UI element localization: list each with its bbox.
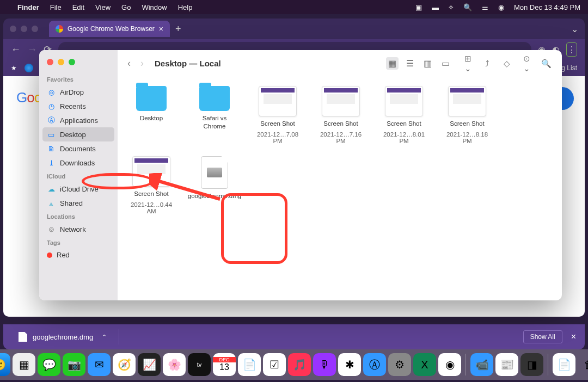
sidebar-item-network[interactable]: ⊚Network	[39, 222, 118, 236]
sidebar-tag-red[interactable]: Red	[39, 248, 118, 262]
file-screenshot-2[interactable]: Screen Shot 2021-12…7.16 PM	[317, 86, 365, 144]
shared-icon: ⟁	[47, 199, 56, 207]
dock-trash[interactable]: 🗑	[578, 353, 588, 376]
sidebar-item-applications[interactable]: ⒶApplications	[39, 113, 118, 127]
chrome-window-dropdown-icon[interactable]: ⌄	[571, 24, 578, 34]
chrome-menu-button[interactable]: ⋮	[566, 42, 577, 57]
dock-news[interactable]: 📰	[495, 353, 518, 376]
screenshot-thumb-icon	[448, 86, 486, 116]
dock-safari[interactable]: 🧭	[113, 353, 136, 376]
finder-content[interactable]: Desktop Safari vs Chrome Screen Shot 202…	[118, 77, 562, 300]
download-showall-button[interactable]: Show All	[523, 330, 562, 343]
dock-divider	[548, 354, 548, 375]
dock-settings[interactable]: ⚙	[388, 353, 411, 376]
dock-music[interactable]: 🎵	[288, 353, 311, 376]
screenshot-thumb-icon	[259, 86, 297, 116]
dock-slack[interactable]: ✱	[338, 353, 361, 376]
finder-back-button[interactable]: ‹	[127, 58, 131, 69]
dock-facetime[interactable]: 📷	[63, 353, 85, 376]
dock-launchpad[interactable]: ▦	[13, 353, 35, 376]
chrome-tab-close-icon[interactable]: ×	[159, 24, 163, 33]
dock-stocks[interactable]: 📈	[138, 353, 161, 376]
finder-search-icon[interactable]: 🔍	[540, 59, 552, 69]
chrome-tab[interactable]: Google Chrome Web Browser ×	[49, 21, 170, 37]
menubar-window[interactable]: Window	[142, 3, 167, 11]
desktop-icon: ▭	[47, 130, 56, 139]
menubar-help[interactable]: Help	[178, 3, 193, 11]
view-gallery-icon[interactable]: ▭	[439, 57, 452, 70]
chrome-tab-title: Google Chrome Web Browser	[68, 25, 155, 33]
sidebar-item-recents[interactable]: ◷Recents	[39, 99, 118, 113]
view-list-icon[interactable]: ☰	[404, 57, 416, 70]
dock-mission[interactable]: ◨	[520, 353, 543, 376]
sidebar-item-desktop[interactable]: ▭Desktop	[42, 127, 114, 141]
finder-group-icon[interactable]: ⊞ ⌄	[462, 54, 474, 73]
download-item[interactable]: googlechrome.dmg ⌃	[12, 329, 113, 345]
bookmark-star-icon[interactable]: ★	[11, 64, 17, 72]
dock-appletv[interactable]: tv	[188, 353, 211, 376]
dock-zoom[interactable]: 📹	[470, 353, 493, 376]
siri-icon[interactable]: ◉	[498, 3, 504, 11]
finder-action-icon[interactable]: ⊙ ⌄	[520, 54, 532, 73]
dock-finder[interactable]: 🙂	[0, 353, 10, 376]
menubar-file[interactable]: File	[50, 3, 62, 11]
dmg-file-icon	[201, 156, 228, 189]
spotlight-icon[interactable]: 🔍	[463, 3, 472, 11]
menubar-view[interactable]: View	[95, 3, 111, 11]
screenrecord-icon[interactable]: ▣	[415, 3, 422, 11]
dock-recent-doc[interactable]: 📄	[553, 353, 575, 376]
menubar-app[interactable]: Finder	[17, 3, 39, 11]
battery-icon[interactable]: ▬	[432, 3, 439, 11]
file-folder-safari-vs-chrome[interactable]: Safari vs Chrome	[191, 86, 238, 144]
download-chevron-icon[interactable]: ⌃	[102, 334, 107, 341]
menubar-clock[interactable]: Mon Dec 13 4:49 PM	[514, 3, 580, 11]
bookmark-globe-icon[interactable]	[24, 64, 33, 72]
file-screenshot-1[interactable]: Screen Shot 2021-12…7.08 PM	[254, 86, 302, 144]
dock-appstore[interactable]: Ⓐ	[363, 353, 386, 376]
dock-photos[interactable]: 🌸	[163, 353, 186, 376]
chrome-tabstrip: Google Chrome Web Browser × + ⌄	[3, 19, 585, 39]
file-folder-desktop[interactable]: Desktop	[127, 86, 175, 144]
chrome-newtab-button[interactable]: +	[175, 23, 181, 35]
chrome-forward-button[interactable]: →	[27, 44, 37, 56]
wifi-icon[interactable]: ⟡	[449, 3, 454, 11]
downloads-icon: ⤓	[47, 158, 56, 167]
sidebar-section-tags: Tags	[39, 236, 118, 248]
dock-podcasts[interactable]: 🎙	[313, 353, 336, 376]
dock-reminders[interactable]: ☑	[263, 353, 286, 376]
sidebar-item-documents[interactable]: 🗎Documents	[39, 141, 118, 156]
download-bar-close-icon[interactable]: ×	[571, 332, 576, 342]
dock-divider	[465, 354, 466, 375]
screenshot-thumb-icon	[322, 86, 360, 116]
finder-window: Favorites ◎AirDrop ◷Recents ⒶApplication…	[39, 50, 562, 300]
finder-traffic-lights[interactable]	[39, 54, 118, 73]
sidebar-section-icloud: iCloud	[39, 170, 118, 182]
dock-messages[interactable]: 💬	[38, 353, 60, 376]
file-screenshot-4[interactable]: Screen Shot 2021-12…8.18 PM	[443, 86, 491, 144]
view-icons-icon[interactable]: ▦	[386, 57, 399, 70]
finder-share-icon[interactable]: ⤴	[481, 59, 493, 68]
finder-forward-button[interactable]: ›	[140, 58, 144, 69]
view-columns-icon[interactable]: ▥	[421, 57, 434, 70]
menubar: Finder File Edit View Go Window Help ▣ ▬…	[0, 0, 588, 14]
file-screenshot-5[interactable]: Screen Shot 2021-12…0.44 AM	[127, 156, 175, 214]
chrome-back-button[interactable]: ←	[11, 44, 21, 56]
chrome-traffic-lights[interactable]	[10, 26, 38, 32]
dock-chrome[interactable]: ◉	[438, 353, 461, 376]
menubar-edit[interactable]: Edit	[72, 3, 84, 11]
dock-notes[interactable]: 📄	[238, 353, 261, 376]
finder-tag-icon[interactable]: ◇	[501, 59, 513, 69]
finder-view-switcher[interactable]: ▦ ☰ ▥ ▭	[384, 56, 454, 71]
control-center-icon[interactable]: ⚌	[482, 3, 488, 11]
dock-calendar[interactable]: DEC13	[213, 353, 236, 376]
file-googlechrome-dmg[interactable]: googlechrome.dmg	[191, 156, 238, 214]
menubar-go[interactable]: Go	[121, 3, 131, 11]
file-screenshot-3[interactable]: Screen Shot 2021-12…8.01 PM	[380, 86, 428, 144]
dock-mail[interactable]: ✉	[88, 353, 111, 376]
sidebar-item-airdrop[interactable]: ◎AirDrop	[39, 85, 118, 99]
sidebar-item-icloud-drive[interactable]: ☁iCloud Drive	[39, 182, 118, 196]
finder-main: ‹ › Desktop — Local ▦ ☰ ▥ ▭ ⊞ ⌄ ⤴ ◇ ⊙ ⌄ …	[118, 50, 562, 300]
dock-excel[interactable]: X	[413, 353, 436, 376]
sidebar-item-shared[interactable]: ⟁Shared	[39, 196, 118, 210]
sidebar-item-downloads[interactable]: ⤓Downloads	[39, 156, 118, 170]
